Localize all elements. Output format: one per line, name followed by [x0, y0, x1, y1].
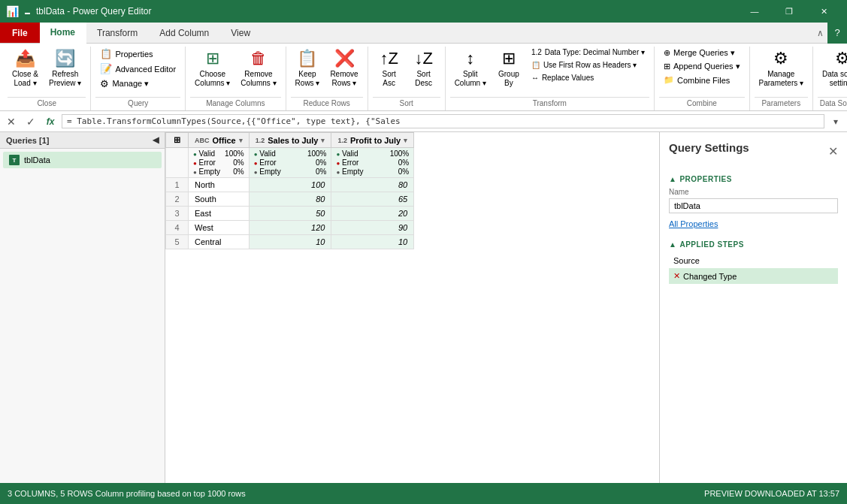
sort-asc-icon: ↑Z — [380, 49, 398, 68]
properties-collapse-icon[interactable]: ▲ — [669, 175, 676, 183]
file-tab[interactable]: File — [0, 23, 40, 43]
advanced-editor-button[interactable]: 📝 Advanced Editor — [95, 62, 180, 76]
formula-bar: ✕ ✓ fx ▾ — [0, 111, 847, 132]
replace-values-icon: ↔ — [531, 74, 539, 82]
replace-values-button[interactable]: ↔ Replace Values — [527, 72, 649, 83]
step-changed-type[interactable]: ✕ Changed Type — [669, 268, 838, 284]
cell-sales[interactable]: 80 — [249, 192, 331, 207]
settings-close-button[interactable]: ✕ — [828, 144, 838, 158]
group-by-button[interactable]: ⊞ GroupBy — [492, 47, 525, 90]
use-first-row-button[interactable]: 📋 Use First Row as Headers ▾ — [527, 59, 649, 71]
fx-button[interactable]: fx — [42, 113, 59, 130]
cell-profit[interactable]: 65 — [331, 192, 414, 207]
cell-sales[interactable]: 120 — [249, 221, 331, 235]
status-bar: 3 COLUMNS, 5 ROWS Column profiling based… — [0, 483, 847, 504]
remove-rows-button[interactable]: ❌ RemoveRows ▾ — [325, 47, 362, 90]
query-item-tbldata[interactable]: T tblData — [3, 152, 162, 168]
cell-profit[interactable]: 80 — [331, 178, 414, 192]
choose-columns-button[interactable]: ⊞ ChooseColumns ▾ — [190, 47, 234, 90]
sales-error-stat: ● Error 0% — [254, 158, 327, 167]
column-header-profit[interactable]: 1.2 Profit to July ▾ — [331, 133, 414, 148]
properties-icon: 📋 — [100, 48, 112, 59]
sales-filter-icon[interactable]: ▾ — [321, 137, 325, 144]
merge-queries-button[interactable]: ⊕ Merge Queries ▾ — [659, 47, 745, 59]
tab-view[interactable]: View — [220, 23, 262, 43]
stats-row-num — [166, 148, 189, 178]
manage-label: Manage ▾ — [112, 79, 149, 89]
ribbon-group-combine: ⊕ Merge Queries ▾ ⊞ Append Queries ▾ 📁 C… — [655, 47, 750, 110]
data-source-settings-icon: ⚙ — [835, 49, 847, 68]
use-first-row-label: Use First Row as Headers ▾ — [543, 61, 637, 69]
cell-sales[interactable]: 50 — [249, 207, 331, 221]
cell-office[interactable]: East — [189, 207, 250, 221]
append-queries-button[interactable]: ⊞ Append Queries ▾ — [659, 60, 745, 73]
split-column-button[interactable]: ↕ SplitColumn ▾ — [450, 47, 491, 90]
close-button[interactable]: ✕ — [806, 0, 841, 23]
close-load-button[interactable]: 📤 Close &Load ▾ — [8, 47, 43, 90]
collapse-ribbon-icon[interactable]: ∧ — [812, 26, 827, 41]
sort-asc-button[interactable]: ↑Z SortAsc — [373, 47, 406, 90]
cancel-formula-button[interactable]: ✕ — [3, 113, 20, 130]
profit-col-label: Profit to July — [350, 136, 401, 145]
applied-steps-collapse-icon[interactable]: ▲ — [669, 240, 676, 249]
minimize-button[interactable]: — — [737, 0, 772, 23]
cell-profit[interactable]: 20 — [331, 207, 414, 221]
cell-office[interactable]: North — [189, 178, 250, 192]
cell-office[interactable]: South — [189, 192, 250, 207]
ribbon-group-manage-columns-content: ⊞ ChooseColumns ▾ 🗑 RemoveColumns ▾ — [190, 47, 281, 95]
applied-steps-label: APPLIED STEPS — [679, 240, 743, 249]
properties-button[interactable]: 📋 Properties — [95, 47, 180, 61]
confirm-formula-button[interactable]: ✓ — [23, 113, 39, 130]
sort-desc-button[interactable]: ↓Z SortDesc — [407, 47, 440, 90]
manage-parameters-button[interactable]: ⚙ ManageParameters ▾ — [755, 47, 808, 90]
maximize-button[interactable]: ❐ — [772, 0, 806, 23]
close-load-label: Close &Load ▾ — [12, 70, 38, 88]
formula-input[interactable] — [62, 114, 824, 128]
select-all-button[interactable]: ⊞ — [166, 133, 189, 148]
remove-columns-button[interactable]: 🗑 RemoveColumns ▾ — [236, 47, 280, 90]
combine-actions: ⊕ Merge Queries ▾ ⊞ Append Queries ▾ 📁 C… — [659, 47, 745, 86]
data-type-label: Data Type: Decimal Number ▾ — [545, 48, 645, 56]
cell-sales[interactable]: 100 — [249, 178, 331, 192]
profit-type-icon: 1.2 — [337, 137, 347, 144]
ribbon-group-data-sources: ⚙ Data sourcesettings Data Sources — [813, 47, 847, 110]
query-name-input[interactable] — [669, 198, 838, 213]
data-source-settings-button[interactable]: ⚙ Data sourcesettings — [818, 47, 847, 90]
tab-home[interactable]: Home — [40, 23, 86, 44]
properties-section-header: ▲ PROPERTIES — [669, 175, 838, 183]
column-header-sales[interactable]: 1.2 Sales to July ▾ — [249, 133, 331, 148]
data-type-button[interactable]: 1.2 Data Type: Decimal Number ▾ — [527, 47, 649, 58]
ribbon-group-transform-content: ↕ SplitColumn ▾ ⊞ GroupBy 1.2 Data Type:… — [450, 47, 649, 95]
profit-error-stat: ● Error 0% — [336, 158, 409, 167]
office-filter-icon[interactable]: ▾ — [239, 137, 243, 144]
properties-label: Properties — [115, 50, 153, 59]
keep-rows-button[interactable]: 📋 KeepRows ▾ — [291, 47, 325, 90]
office-type-icon: ABC — [195, 137, 210, 144]
column-header-office[interactable]: ABC Office ▾ — [189, 133, 250, 148]
remove-columns-icon: 🗑 — [250, 49, 267, 68]
cell-sales[interactable]: 10 — [249, 235, 331, 249]
collapse-queries-button[interactable]: ◀ — [153, 135, 159, 145]
cell-profit[interactable]: 90 — [331, 221, 414, 235]
tab-add-column[interactable]: Add Column — [149, 23, 220, 43]
manage-button[interactable]: ⚙ Manage ▾ — [95, 77, 180, 91]
cell-profit[interactable]: 10 — [331, 235, 414, 249]
combine-files-button[interactable]: 📁 Combine Files — [659, 74, 745, 86]
all-properties-link[interactable]: All Properties — [669, 219, 838, 228]
refresh-preview-button[interactable]: 🔄 RefreshPreview ▾ — [44, 47, 86, 90]
cell-office[interactable]: Central — [189, 235, 250, 249]
sales-type-icon: 1.2 — [256, 137, 265, 144]
cell-office[interactable]: West — [189, 221, 250, 235]
profit-filter-icon[interactable]: ▾ — [404, 137, 407, 144]
step-changed-type-label: Changed Type — [683, 272, 737, 281]
window-minimize-icon[interactable]: 🗕 — [23, 7, 32, 16]
help-icon[interactable]: ? — [827, 23, 847, 44]
table-row: 5 Central 10 10 — [166, 235, 414, 249]
ribbon-group-data-sources-content: ⚙ Data sourcesettings — [818, 47, 847, 95]
tab-transform[interactable]: Transform — [86, 23, 149, 43]
row-num: 5 — [166, 235, 189, 249]
step-source[interactable]: Source — [669, 253, 838, 268]
expand-formula-button[interactable]: ▾ — [827, 113, 844, 130]
transform-group-label: Transform — [450, 97, 649, 107]
step-error-icon: ✕ — [673, 271, 680, 281]
